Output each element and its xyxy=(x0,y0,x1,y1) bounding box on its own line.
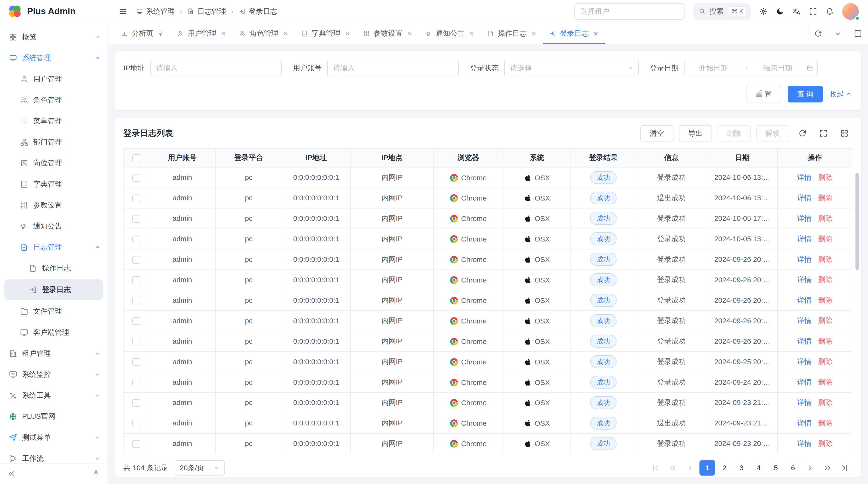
prev-page-button[interactable] xyxy=(682,460,698,476)
sidebar-item-tenant-mgmt[interactable]: 租户管理 xyxy=(0,343,107,364)
sidebar-item-notice[interactable]: 通知公告 xyxy=(0,216,107,237)
breadcrumb-log-mgmt[interactable]: 日志管理 xyxy=(187,6,226,17)
translate-icon[interactable] xyxy=(792,7,801,15)
delete-link[interactable]: 删除 xyxy=(818,255,833,263)
refresh-icon[interactable] xyxy=(795,126,810,141)
first-page-button[interactable] xyxy=(648,460,663,476)
page-button-6[interactable]: 6 xyxy=(785,460,801,476)
tab-role-mgmt[interactable]: 角色管理 × xyxy=(232,23,294,44)
delete-link[interactable]: 删除 xyxy=(818,357,833,365)
row-checkbox[interactable] xyxy=(132,256,140,264)
sidebar-item-dict-mgmt[interactable]: 字典管理 xyxy=(0,174,107,195)
export-button[interactable]: 导出 xyxy=(679,125,712,142)
column-settings-icon[interactable] xyxy=(837,126,852,141)
tab-dict-mgmt[interactable]: 字典管理 × xyxy=(294,23,356,44)
tab-notice[interactable]: 通知公告 × xyxy=(418,23,480,44)
close-icon[interactable]: × xyxy=(407,30,412,37)
chevron-down-icon[interactable] xyxy=(828,23,848,44)
next-page-button[interactable] xyxy=(802,460,818,476)
search-button[interactable]: 查 询 xyxy=(788,86,823,102)
select-all-checkbox[interactable] xyxy=(132,154,140,162)
detail-link[interactable]: 详情 xyxy=(797,255,812,263)
sidebar-item-file-mgmt[interactable]: 文件管理 xyxy=(0,301,107,322)
sidebar-item-login-log[interactable]: 登录日志 xyxy=(4,279,103,300)
delete-link[interactable]: 删除 xyxy=(818,317,833,324)
account-input[interactable] xyxy=(327,60,459,76)
sidebar-item-system-tools[interactable]: 系统工具 xyxy=(0,385,107,406)
row-checkbox[interactable] xyxy=(132,297,140,304)
tenant-select[interactable] xyxy=(574,3,685,20)
clear-button[interactable]: 清空 xyxy=(641,125,674,142)
delete-link[interactable]: 删除 xyxy=(818,296,833,304)
sidebar-item-system-mgmt[interactable]: 系统管理 xyxy=(0,47,107,68)
bell-icon[interactable] xyxy=(826,7,834,15)
detail-link[interactable]: 详情 xyxy=(797,276,812,284)
close-icon[interactable]: × xyxy=(345,30,350,37)
refresh-icon[interactable] xyxy=(808,23,828,44)
sidebar-item-post-mgmt[interactable]: 岗位管理 xyxy=(0,153,107,173)
page-button-2[interactable]: 2 xyxy=(717,460,732,476)
detail-link[interactable]: 详情 xyxy=(797,235,812,243)
row-checkbox[interactable] xyxy=(132,379,140,386)
row-checkbox[interactable] xyxy=(132,174,140,182)
row-checkbox[interactable] xyxy=(132,399,140,407)
row-checkbox[interactable] xyxy=(132,338,140,346)
detail-link[interactable]: 详情 xyxy=(797,337,812,345)
gear-icon[interactable] xyxy=(759,7,768,15)
status-select[interactable]: 请选择 xyxy=(504,60,639,76)
sidebar-item-dept-mgmt[interactable]: 部门管理 xyxy=(0,132,107,153)
global-search-button[interactable]: 搜索 ⌘ K xyxy=(693,3,751,20)
sidebar-item-param-settings[interactable]: 参数设置 xyxy=(0,195,107,216)
row-checkbox[interactable] xyxy=(132,195,140,202)
tab-operation-log[interactable]: 操作日志 × xyxy=(481,23,543,44)
ip-input[interactable] xyxy=(150,60,282,76)
close-icon[interactable]: × xyxy=(594,30,598,37)
sidebar-item-menu-mgmt[interactable]: 菜单管理 xyxy=(0,110,107,132)
detail-link[interactable]: 详情 xyxy=(797,357,812,365)
close-icon[interactable]: × xyxy=(532,30,536,37)
detail-link[interactable]: 详情 xyxy=(797,378,812,386)
reset-button[interactable]: 重 置 xyxy=(746,86,781,102)
page-button-4[interactable]: 4 xyxy=(751,460,766,476)
brand[interactable]: Plus Admin xyxy=(0,4,108,19)
pin-icon[interactable] xyxy=(157,30,164,37)
sidebar-item-test-menu[interactable]: 测试菜单 xyxy=(0,427,107,448)
delete-link[interactable]: 删除 xyxy=(818,378,833,386)
close-icon[interactable]: × xyxy=(469,30,474,37)
detail-link[interactable]: 详情 xyxy=(797,173,812,181)
delete-link[interactable]: 删除 xyxy=(818,235,833,243)
breadcrumb-login-log[interactable]: 登录日志 xyxy=(239,6,278,17)
delete-button[interactable]: 删除 xyxy=(717,125,751,142)
delete-link[interactable]: 删除 xyxy=(818,419,833,427)
tab-param-settings[interactable]: 参数设置 × xyxy=(356,23,418,44)
tab-login-log[interactable]: 登录日志 × xyxy=(543,23,605,44)
sidebar-item-client-mgmt[interactable]: 客户端管理 xyxy=(0,322,107,343)
sidebar-collapse-icon[interactable] xyxy=(119,7,127,15)
row-checkbox[interactable] xyxy=(132,235,140,243)
delete-link[interactable]: 删除 xyxy=(818,173,833,181)
delete-link[interactable]: 删除 xyxy=(818,398,833,407)
prev-5-pages-button[interactable] xyxy=(665,460,681,476)
sidebar-item-user-mgmt[interactable]: 用户管理 xyxy=(0,69,107,90)
fullscreen-icon[interactable] xyxy=(816,126,831,141)
page-button-5[interactable]: 5 xyxy=(768,460,784,476)
fullscreen-icon[interactable] xyxy=(809,7,817,15)
last-page-button[interactable] xyxy=(837,460,852,476)
detail-link[interactable]: 详情 xyxy=(797,398,812,407)
page-button-3[interactable]: 3 xyxy=(734,460,749,476)
close-icon[interactable]: × xyxy=(283,30,288,37)
row-checkbox[interactable] xyxy=(132,420,140,427)
detail-link[interactable]: 详情 xyxy=(797,440,812,447)
tab-user-mgmt[interactable]: 用户管理 × xyxy=(170,23,232,44)
page-size-select[interactable]: 20条/页 xyxy=(175,460,225,476)
sidebar-item-overview[interactable]: 概览 xyxy=(0,27,107,47)
row-checkbox[interactable] xyxy=(132,215,140,223)
avatar[interactable] xyxy=(842,3,859,20)
layout-columns-icon[interactable] xyxy=(848,23,868,44)
collapse-sidebar-icon[interactable] xyxy=(7,470,16,478)
row-checkbox[interactable] xyxy=(132,317,140,325)
delete-link[interactable]: 删除 xyxy=(818,194,833,202)
delete-link[interactable]: 删除 xyxy=(818,276,833,284)
detail-link[interactable]: 详情 xyxy=(797,419,812,427)
page-button-1[interactable]: 1 xyxy=(700,460,715,476)
